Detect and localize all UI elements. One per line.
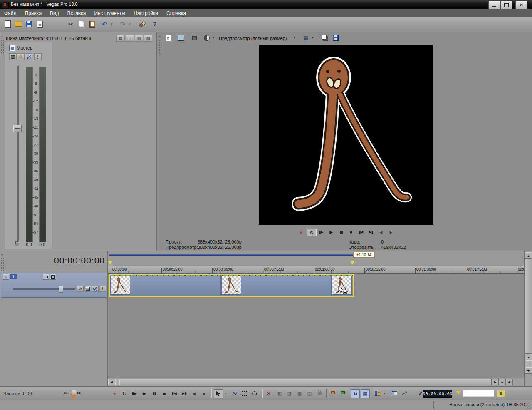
video-event[interactable]: [109, 274, 354, 297]
menu-view[interactable]: Вид: [46, 10, 63, 16]
zoom-tool-button[interactable]: [250, 389, 259, 398]
h-zoom-in-button[interactable]: +: [506, 379, 513, 385]
scrub-handle[interactable]: [72, 390, 76, 396]
timeline-ruler[interactable]: 00:00:00 00:00:15:00 00:00:30:00 00:00:4…: [108, 266, 524, 274]
scrub-forward-icon[interactable]: ▶▶: [77, 391, 81, 395]
undo-button[interactable]: ↶: [100, 19, 109, 29]
preview-play-button[interactable]: ▶: [327, 229, 336, 236]
master-header-grid-button[interactable]: ▧: [144, 35, 152, 42]
track-solo-button[interactable]: !: [99, 286, 106, 292]
h-scroll-thumb[interactable]: [119, 379, 492, 385]
trim-start-button[interactable]: ◧: [275, 389, 284, 398]
copy-button[interactable]: [77, 19, 87, 29]
meter-lock-icon[interactable]: [15, 243, 19, 246]
maximize-button[interactable]: [500, 1, 512, 9]
whats-this-help-button[interactable]: ?: [150, 19, 160, 29]
group-button[interactable]: ▣: [295, 389, 304, 398]
timeline-dock-grip[interactable]: [1, 258, 4, 272]
timeline-time-display[interactable]: 00:00:00:00: [4, 256, 105, 266]
track-restore-button[interactable]: [43, 274, 49, 280]
scroll-up-button[interactable]: ▲: [525, 252, 532, 259]
save-project-button[interactable]: [24, 19, 34, 29]
scroll-down-button[interactable]: ▼: [525, 354, 532, 360]
preview-quality-label[interactable]: Предпросмотр (полный размер): [219, 36, 287, 41]
scroll-left-button[interactable]: ◀: [108, 379, 115, 385]
overlays-dropdown[interactable]: ▾: [310, 34, 314, 42]
preview-quality-dropdown[interactable]: ▾: [292, 34, 297, 42]
selection-length-field[interactable]: [463, 390, 494, 397]
stop-button[interactable]: ■: [160, 389, 168, 398]
open-project-button[interactable]: [13, 19, 23, 29]
copy-snapshot-button[interactable]: [320, 34, 329, 42]
master-dock-grip[interactable]: [1, 40, 4, 54]
overlays-grid-button[interactable]: ▦: [301, 34, 310, 42]
insert-marker-button[interactable]: [329, 389, 337, 398]
menu-tools[interactable]: Инструменты: [90, 10, 129, 16]
project-video-properties-button[interactable]: ⚙: [164, 34, 173, 42]
external-monitor-button[interactable]: [176, 34, 186, 42]
edge-scroll-grip[interactable]: [115, 379, 119, 385]
master-mute-button[interactable]: [25, 53, 32, 60]
preview-dock-grip[interactable]: [158, 40, 161, 54]
normal-edit-tool-button[interactable]: [214, 389, 223, 398]
menu-options[interactable]: Настройки: [129, 10, 162, 16]
menu-help[interactable]: Справка: [162, 10, 190, 16]
preview-play-from-start-button[interactable]: ▮▶: [317, 229, 326, 236]
track-height-zoom-out-button[interactable]: −: [525, 360, 532, 367]
snap-to-grid-button[interactable]: ▦: [361, 389, 370, 398]
edit-cursor[interactable]: [110, 266, 110, 296]
track-level-slider-handle[interactable]: [59, 286, 63, 293]
track-height-zoom-in-button[interactable]: +: [525, 367, 532, 374]
resize-grip[interactable]: [525, 403, 531, 409]
auto-ripple-button[interactable]: [373, 389, 381, 398]
play-button[interactable]: ▶: [140, 389, 148, 398]
preview-loop-button[interactable]: ↻: [307, 229, 317, 236]
master-header-dim-button[interactable]: ▥: [135, 35, 143, 42]
close-button[interactable]: ×: [515, 1, 527, 9]
enable-snapping-button[interactable]: [351, 389, 360, 398]
preview-next-frame-button[interactable]: ▶: [386, 229, 396, 236]
preview-previous-frame-button[interactable]: ◀: [376, 229, 386, 236]
lock-event-button[interactable]: [315, 389, 324, 398]
record-button[interactable]: ●: [110, 389, 119, 398]
redo-button[interactable]: ↷: [118, 19, 127, 29]
redo-dropdown[interactable]: ▾: [127, 19, 132, 29]
track-minimize-button[interactable]: ▾: [3, 274, 9, 280]
marker-drop-icon[interactable]: [456, 391, 461, 395]
master-solo-button[interactable]: !: [34, 53, 42, 60]
master-dock-close-button[interactable]: ×: [0, 35, 4, 38]
menu-edit[interactable]: Правка: [21, 10, 46, 16]
track-mute-button[interactable]: [92, 286, 99, 292]
auto-ripple-dropdown[interactable]: ▾: [382, 389, 387, 398]
loop-playback-button[interactable]: ↻: [120, 389, 129, 398]
track-maximize-button[interactable]: [50, 274, 56, 280]
preview-go-to-start-button[interactable]: ▮◀: [356, 229, 366, 236]
menu-insert[interactable]: Вставка: [63, 10, 90, 16]
next-frame-button[interactable]: ▶: [200, 389, 208, 398]
video-track-header[interactable]: ▾ 1 ⚙ !: [1, 273, 108, 298]
preview-dock-close-button[interactable]: ×: [158, 35, 161, 38]
insert-region-button[interactable]: [339, 389, 347, 398]
master-header-downmix-button[interactable]: ↔: [126, 35, 134, 42]
scrub-back-icon[interactable]: ◀◀: [63, 391, 67, 395]
project-properties-button[interactable]: ⚙: [35, 19, 45, 29]
loop-start-marker[interactable]: [108, 261, 112, 265]
timeline-dock-close-button[interactable]: ×: [0, 253, 4, 257]
preview-go-to-end-button[interactable]: ▶▮: [366, 229, 376, 236]
ungroup-button[interactable]: ◫: [305, 389, 314, 398]
edit-tool-dropdown[interactable]: ▾: [223, 389, 228, 398]
preview-pause-button[interactable]: ▮▮: [337, 229, 346, 236]
trim-end-button[interactable]: ◨: [285, 389, 294, 398]
video-output-fx-button[interactable]: [190, 34, 199, 42]
tutorials-button[interactable]: [137, 19, 147, 29]
minimize-button[interactable]: [488, 1, 500, 9]
master-track-checkbox[interactable]: [9, 45, 15, 51]
selection-tool-button[interactable]: [240, 389, 249, 398]
preview-stop-button[interactable]: ■: [346, 229, 356, 236]
undo-dropdown[interactable]: ▾: [109, 19, 114, 29]
master-header-layout-button[interactable]: ▤: [116, 35, 125, 42]
rate-marker-icon[interactable]: [71, 395, 76, 399]
menu-file[interactable]: Файл: [0, 10, 21, 16]
play-from-start-button[interactable]: ▮▶: [130, 389, 139, 398]
compositing-mode-button[interactable]: [84, 286, 91, 292]
